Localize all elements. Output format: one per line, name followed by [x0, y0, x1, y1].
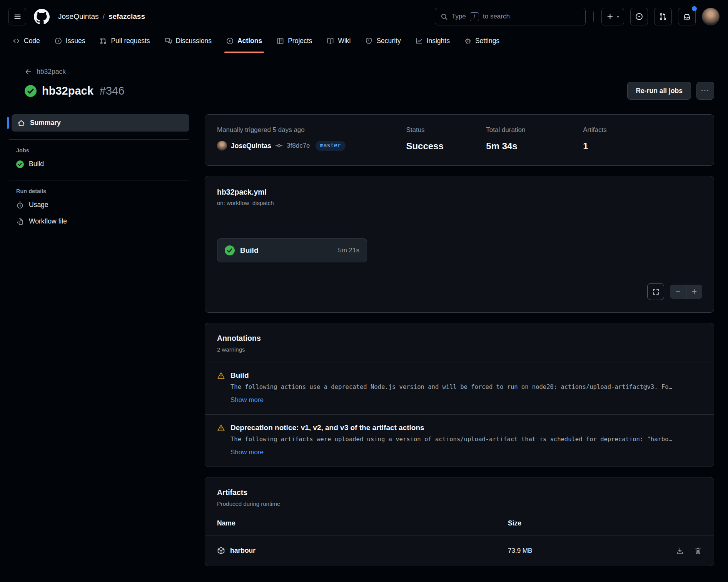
zoom-in-button[interactable]: +	[686, 285, 702, 299]
rerun-all-jobs-button[interactable]: Re-run all jobs	[627, 82, 691, 100]
annotations-card: Annotations 2 warnings Build The followi…	[205, 323, 714, 467]
search-placeholder-before: Type	[452, 13, 466, 20]
tab-label: Security	[376, 37, 401, 45]
show-more-link[interactable]: Show more	[230, 396, 264, 404]
workflow-file-name: hb32pack.yml	[217, 188, 702, 197]
search-icon	[441, 13, 448, 20]
artifacts-table-header: Name Size	[205, 507, 714, 535]
search-slash-kbd: /	[470, 12, 479, 21]
tab-actions[interactable]: Actions	[219, 31, 269, 53]
status-value: Success	[406, 141, 486, 152]
package-icon	[217, 547, 225, 555]
tab-label: Code	[24, 37, 40, 45]
sidebar-job-build[interactable]: Build	[9, 156, 51, 172]
warning-title-row: Deprecation notice: v1, v2, and v3 of th…	[217, 424, 702, 432]
github-logo-icon[interactable]	[34, 9, 50, 25]
show-more-link[interactable]: Show more	[230, 449, 264, 456]
search-placeholder-after: to search	[483, 13, 510, 20]
zoom-out-button[interactable]: −	[670, 285, 686, 299]
column-size: Size	[508, 519, 702, 527]
back-link-label: hb32pack	[37, 68, 66, 76]
file-code-icon	[16, 218, 24, 225]
artifact-name[interactable]: harbour	[230, 547, 255, 555]
global-header: JoseQuintas / sefazclass Type / to searc…	[0, 0, 728, 31]
warning-title-row: Build	[217, 371, 702, 380]
actor-name[interactable]: JoseQuintas	[231, 142, 271, 150]
job-node-duration: 5m 21s	[338, 247, 359, 254]
actor-avatar[interactable]	[217, 141, 227, 151]
inbox-icon	[683, 13, 691, 20]
warning-message: The following artifacts were uploaded us…	[230, 436, 702, 443]
sidebar-item-workflow-file[interactable]: Workflow file	[9, 213, 74, 230]
artifact-actions	[676, 547, 702, 555]
annotations-title: Annotations	[217, 334, 702, 343]
run-main: Manually triggered 5 days ago JoseQuinta…	[205, 114, 714, 576]
run-details-heading: Run details	[9, 184, 189, 197]
issue-opened-icon	[55, 37, 62, 45]
issue-opened-icon	[635, 13, 643, 20]
summary-grid: Manually triggered 5 days ago JoseQuinta…	[205, 115, 714, 165]
tab-discussions[interactable]: Discussions	[157, 31, 219, 53]
sidebar-item-summary[interactable]: Summary	[12, 114, 189, 132]
status-label: Status	[406, 126, 486, 134]
graph-icon	[416, 37, 423, 45]
git-pull-request-icon	[100, 37, 107, 45]
tab-security[interactable]: Security	[358, 31, 408, 53]
create-new-button[interactable]: ▾	[601, 8, 624, 25]
tab-issues[interactable]: Issues	[47, 31, 93, 53]
pull-requests-button[interactable]	[654, 8, 672, 25]
code-icon	[13, 37, 20, 45]
artifacts-count: 1	[583, 141, 702, 152]
sidebar-item-label: Summary	[30, 119, 61, 127]
tab-wiki[interactable]: Wiki	[319, 31, 358, 53]
workflow-graph-card: hb32pack.yml on: workflow_dispatch Build…	[205, 176, 714, 313]
hamburger-menu-button[interactable]	[8, 8, 26, 25]
inbox-button[interactable]	[678, 8, 696, 25]
user-avatar[interactable]	[702, 8, 720, 25]
tab-settings[interactable]: ⚙ Settings	[457, 31, 507, 53]
tab-label: Discussions	[176, 37, 212, 45]
workflow-trigger: on: workflow_dispatch	[217, 200, 702, 206]
tab-label: Issues	[66, 37, 85, 45]
commit-sha[interactable]: 3f8dc7e	[287, 142, 310, 150]
trash-icon[interactable]	[694, 547, 702, 555]
branch-badge[interactable]: master	[316, 141, 346, 151]
issues-button[interactable]	[630, 8, 648, 25]
job-node-build[interactable]: Build 5m 21s	[217, 238, 367, 262]
sidebar-item-usage[interactable]: Usage	[9, 197, 55, 213]
back-link[interactable]: hb32pack	[25, 68, 66, 76]
kebab-menu-button[interactable]: ···	[696, 82, 714, 100]
graph-controls: − +	[647, 283, 702, 300]
project-icon	[277, 37, 284, 45]
fullscreen-button[interactable]	[647, 283, 664, 300]
tab-label: Projects	[288, 37, 312, 45]
notification-dot	[692, 6, 697, 11]
trigger-label: Manually triggered 5 days ago	[217, 126, 406, 134]
breadcrumb-repo[interactable]: sefazclass	[109, 12, 145, 21]
divider	[9, 139, 189, 140]
actor-row: JoseQuintas 3f8dc7e master	[217, 141, 406, 151]
column-name: Name	[217, 519, 508, 527]
tab-label: Wiki	[338, 37, 351, 45]
search-input[interactable]: Type / to search	[435, 8, 586, 25]
tab-insights[interactable]: Insights	[408, 31, 457, 53]
tab-label: Settings	[475, 37, 499, 45]
tab-label: Insights	[427, 37, 450, 45]
breadcrumb-owner[interactable]: JoseQuintas	[58, 12, 99, 21]
annotation-warning: Build The following actions use a deprec…	[205, 362, 714, 414]
comment-discussion-icon	[165, 37, 172, 45]
artifact-row: harbour 73.9 MB	[205, 535, 714, 566]
run-actions: Re-run all jobs ···	[627, 82, 714, 100]
three-bars-icon	[14, 13, 21, 20]
stopwatch-icon	[16, 201, 24, 209]
plus-icon	[606, 13, 614, 20]
run-title: hb32pack	[42, 85, 94, 97]
artifacts-subtitle: Produced during runtime	[217, 500, 702, 507]
download-icon[interactable]	[676, 547, 684, 555]
tab-projects[interactable]: Projects	[269, 31, 319, 53]
tab-code[interactable]: Code	[5, 31, 47, 53]
tab-pull-requests[interactable]: Pull requests	[92, 31, 157, 53]
artifacts-label: Artifacts	[583, 126, 702, 134]
alert-triangle-icon	[217, 372, 225, 380]
job-link-label: Build	[29, 160, 44, 168]
